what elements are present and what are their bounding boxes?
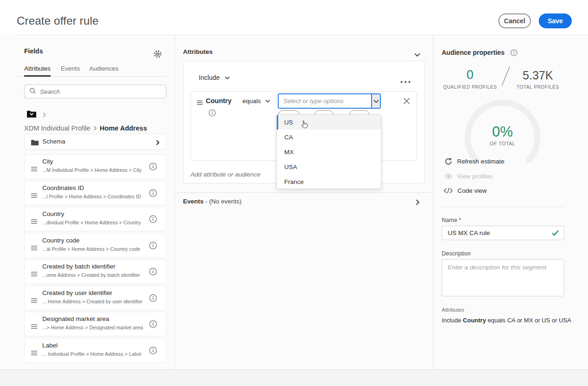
info-icon[interactable]	[149, 242, 157, 251]
rule-summary: Include Country equals CA or MX or US or…	[442, 317, 571, 324]
schema-row-label: Schema	[42, 138, 65, 145]
cursor-hand-icon	[300, 120, 309, 131]
option-usa[interactable]: USA	[277, 159, 381, 174]
save-button[interactable]: Save	[539, 13, 572, 28]
percent-of-total-label: OF TOTAL	[479, 141, 526, 146]
breadcrumb-current: Home Address	[100, 124, 147, 132]
field-item-country-code[interactable]: Country code ...al Profile > Home Addres…	[24, 233, 166, 258]
tab-events[interactable]: Events	[61, 65, 80, 72]
qualified-profiles-label: QUALIFIED PROFILES	[442, 85, 498, 90]
description-textarea[interactable]	[442, 259, 564, 296]
eye-icon	[444, 172, 452, 180]
field-item-country[interactable]: Country ...dividual Profile > Home Addre…	[24, 207, 166, 231]
options-popover: US CA MX USA France	[276, 114, 381, 189]
events-label: Events	[183, 198, 203, 205]
field-item-coordinates-id[interactable]: Coordinates ID ...l Profile > Home Addre…	[24, 181, 166, 205]
drag-handle-icon[interactable]	[31, 244, 38, 252]
field-item-label[interactable]: Label ... Individual Profile > Home Addr…	[24, 338, 166, 363]
breadcrumb: XDM Individual Profile Home Address	[24, 124, 147, 132]
audience-properties-title: Audience properties	[442, 49, 504, 56]
rule-drag-handle-icon[interactable]	[196, 98, 203, 107]
field-item-city[interactable]: City ...M Individual Profile > Home Addr…	[24, 154, 166, 179]
field-item-created-by-batch[interactable]: Created by batch identifier ...ome Addre…	[24, 259, 166, 284]
description-label: Description	[442, 250, 471, 257]
percent-of-total-value: 0%	[479, 124, 526, 140]
option-mx[interactable]: MX	[277, 144, 381, 159]
view-profiles-button[interactable]: View profiles	[444, 172, 492, 180]
option-us[interactable]: US	[277, 115, 381, 130]
chevron-right-icon	[94, 126, 97, 131]
chevron-down-icon	[265, 99, 270, 103]
value-combobox	[278, 93, 381, 109]
name-label: Name *	[442, 217, 461, 223]
total-profiles-label: TOTAL PROFILES	[511, 85, 565, 90]
fields-panel-title: Fields	[24, 47, 43, 55]
info-icon[interactable]	[149, 320, 157, 330]
value-combobox-input[interactable]	[279, 94, 371, 108]
chevron-down-icon	[225, 76, 230, 79]
info-icon[interactable]	[149, 347, 157, 356]
stats-slash-divider	[502, 66, 510, 86]
qualified-profiles-value: 0	[442, 68, 498, 82]
info-icon[interactable]	[149, 294, 157, 304]
option-ca[interactable]: CA	[277, 130, 381, 144]
properties-divider	[442, 207, 564, 207]
search-icon	[29, 87, 36, 96]
rule-field-name: Country	[206, 97, 232, 105]
valid-check-icon	[552, 229, 559, 238]
add-attribute-link[interactable]: Add attribute or audience	[190, 171, 261, 178]
app-header: Create offer rule Cancel Save	[0, 0, 588, 35]
info-icon[interactable]	[510, 49, 517, 58]
option-france[interactable]: France	[277, 174, 381, 189]
drag-handle-icon[interactable]	[31, 349, 38, 357]
breadcrumb-root-chevron-icon	[43, 111, 46, 119]
events-divider	[175, 192, 433, 193]
schema-row[interactable]: Schema	[24, 134, 166, 150]
operator-dropdown[interactable]: equals	[242, 98, 270, 105]
drag-handle-icon[interactable]	[31, 191, 38, 200]
summary-field: Country	[463, 317, 486, 324]
info-icon[interactable]	[149, 268, 157, 277]
info-icon[interactable]	[149, 189, 157, 199]
search-input[interactable]	[40, 88, 161, 95]
more-actions-icon[interactable]	[400, 77, 411, 85]
chevron-down-icon	[373, 99, 379, 103]
chevron-right-icon[interactable]	[416, 199, 419, 207]
code-icon	[444, 188, 453, 194]
right-panel-divider	[433, 35, 433, 369]
tab-audiences[interactable]: Audiences	[89, 65, 118, 72]
left-panel-divider	[175, 35, 175, 369]
drag-handle-icon[interactable]	[31, 165, 38, 173]
events-status: - (No events)	[203, 198, 242, 205]
gear-icon[interactable]	[153, 50, 162, 60]
code-view-button[interactable]: Code view	[444, 187, 487, 194]
search-box	[24, 85, 166, 98]
drag-handle-icon[interactable]	[31, 217, 38, 226]
cancel-button[interactable]: Cancel	[498, 13, 531, 28]
drag-handle-icon[interactable]	[31, 296, 38, 305]
field-item-created-by-user[interactable]: Created by user identifier ... Home Addr…	[24, 286, 166, 310]
info-icon[interactable]	[209, 109, 216, 118]
active-tab-underline	[24, 75, 51, 77]
drag-handle-icon[interactable]	[31, 322, 38, 331]
total-profiles-value: 5.37K	[511, 69, 565, 82]
root-folder-icon[interactable]	[27, 110, 36, 119]
breadcrumb-parent[interactable]: XDM Individual Profile	[24, 124, 91, 132]
name-input[interactable]	[442, 226, 564, 240]
info-icon[interactable]	[149, 215, 157, 225]
refresh-estimate-button[interactable]: Refresh estimate	[444, 157, 504, 165]
tab-attributes[interactable]: Attributes	[24, 65, 51, 72]
attributes-section-header: Attributes	[183, 48, 213, 55]
drag-handle-icon[interactable]	[31, 270, 38, 278]
folder-icon	[31, 139, 39, 147]
page-title: Create offer rule	[17, 14, 98, 27]
remove-rule-icon[interactable]	[403, 98, 410, 106]
combobox-open-button[interactable]	[371, 94, 380, 108]
chevron-down-icon[interactable]	[414, 50, 420, 59]
summary-attributes-label: Attributes	[442, 307, 464, 313]
info-icon[interactable]	[149, 163, 157, 172]
include-dropdown[interactable]: Include	[199, 74, 230, 81]
events-section-header: Events - (No events)	[183, 198, 242, 205]
refresh-icon	[444, 157, 452, 165]
field-item-designated-market-area[interactable]: Designated market area ...> Home Address…	[24, 312, 166, 336]
